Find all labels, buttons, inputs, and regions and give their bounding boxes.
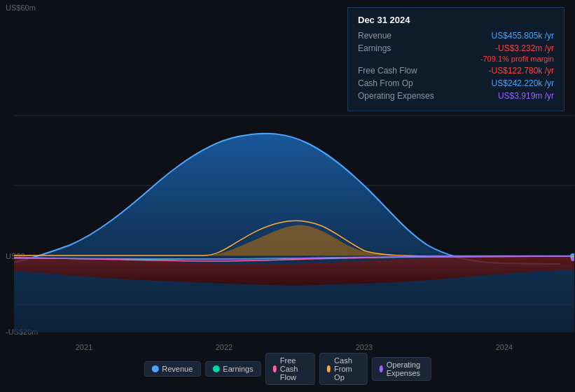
info-row-revenue: Revenue US$455.805k /yr: [358, 31, 554, 41]
x-label-2022: 2022: [216, 343, 233, 351]
legend-item-fcf[interactable]: Free Cash Flow: [265, 353, 315, 385]
legend-item-cashfromop[interactable]: Cash From Op: [319, 353, 367, 385]
y-label-top: US$60m: [6, 4, 36, 12]
info-label-opex: Operating Expenses: [358, 91, 442, 101]
legend-label-opex: Operating Expenses: [387, 360, 424, 377]
legend-dot-opex: [379, 365, 382, 372]
info-label-cashfromop: Cash From Op: [358, 78, 442, 88]
legend-item-revenue[interactable]: Revenue: [144, 361, 200, 377]
info-row-cashfromop: Cash From Op US$242.220k /yr: [358, 78, 554, 88]
legend-label-revenue: Revenue: [162, 365, 193, 373]
info-box-title: Dec 31 2024: [358, 15, 554, 25]
chart-svg: [14, 108, 574, 340]
legend-dot-fcf: [273, 365, 277, 372]
info-value-earnings: -US$3.232m /yr: [495, 43, 554, 53]
x-label-2023: 2023: [356, 343, 373, 351]
info-label-fcf: Free Cash Flow: [358, 66, 442, 76]
legend-label-earnings: Earnings: [223, 365, 253, 373]
info-value-revenue: US$455.805k /yr: [492, 31, 554, 41]
legend-dot-earnings: [212, 365, 219, 372]
profit-margin-row: -709.1% profit margin: [358, 55, 554, 63]
legend-item-opex[interactable]: Operating Expenses: [371, 357, 431, 381]
info-value-opex: US$3.919m /yr: [498, 91, 554, 101]
legend-dot-cashfromop: [327, 365, 331, 372]
info-box: Dec 31 2024 Revenue US$455.805k /yr Earn…: [347, 7, 564, 111]
info-value-cashfromop: US$242.220k /yr: [492, 78, 554, 88]
info-value-fcf: -US$122.780k /yr: [489, 66, 554, 76]
legend-label-cashfromop: Cash From Op: [334, 356, 359, 382]
info-label-earnings: Earnings: [358, 43, 442, 53]
legend-dot-revenue: [151, 365, 158, 372]
info-label-revenue: Revenue: [358, 31, 442, 41]
info-row-opex: Operating Expenses US$3.919m /yr: [358, 91, 554, 101]
info-row-fcf: Free Cash Flow -US$122.780k /yr: [358, 66, 554, 76]
profit-margin-value: -709.1% profit margin: [480, 55, 554, 63]
x-label-2024: 2024: [496, 343, 513, 351]
info-row-earnings: Earnings -US$3.232m /yr: [358, 43, 554, 53]
legend-label-fcf: Free Cash Flow: [280, 356, 307, 382]
legend-item-earnings[interactable]: Earnings: [205, 361, 261, 377]
chart-legend: Revenue Earnings Free Cash Flow Cash Fro…: [144, 353, 431, 385]
x-label-2021: 2021: [76, 343, 92, 351]
